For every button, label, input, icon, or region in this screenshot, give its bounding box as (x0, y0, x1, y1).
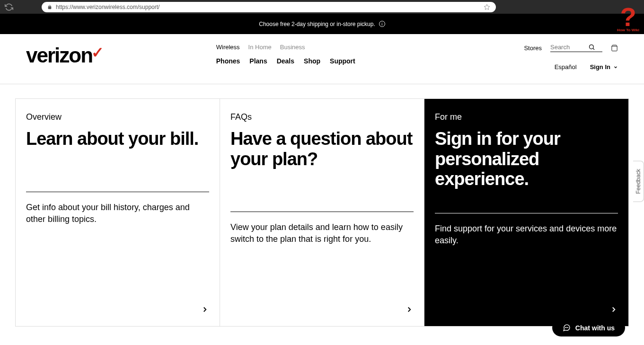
star-icon[interactable] (484, 4, 490, 10)
chat-label: Chat with us (575, 324, 615, 327)
howto-wiki-badge: ? How To Wiki (617, 7, 639, 32)
howto-wiki-label: How To Wiki (617, 28, 639, 32)
tab-wireless[interactable]: Wireless (216, 44, 240, 51)
nav-shop[interactable]: Shop (304, 57, 320, 65)
card-faqs[interactable]: FAQs Have a question about your plan? Vi… (220, 99, 424, 326)
url-bar[interactable]: https://www.verizonwireless.com/support/ (42, 2, 496, 12)
shipping-banner: Choose free 2-day shipping or in-store p… (0, 14, 644, 34)
signin-label: Sign In (590, 63, 610, 71)
search-box[interactable] (550, 44, 602, 52)
chevron-right-icon[interactable] (609, 303, 618, 316)
card-description: Get info about your bill history, charge… (26, 202, 209, 225)
divider (435, 213, 618, 213)
logo-checkmark-icon: ✓ (91, 44, 104, 62)
tab-business[interactable]: Business (280, 44, 305, 51)
card-title: Have a question about your plan? (230, 129, 414, 169)
tab-in-home[interactable]: In Home (248, 44, 272, 51)
lock-icon (47, 5, 52, 9)
reload-icon[interactable] (5, 3, 13, 11)
card-eyebrow: For me (435, 112, 618, 122)
card-eyebrow: FAQs (230, 112, 414, 122)
svg-point-1 (589, 45, 593, 49)
info-icon[interactable]: i (379, 21, 385, 27)
chevron-down-icon (613, 65, 618, 70)
search-input[interactable] (550, 44, 588, 51)
feedback-tab[interactable]: Feedback (633, 161, 644, 202)
card-overview[interactable]: Overview Learn about your bill. Get info… (16, 99, 220, 326)
chevron-right-icon[interactable] (201, 303, 209, 316)
card-description: Find support for your services and devic… (435, 223, 618, 247)
url-text: https://www.verizonwireless.com/support/ (56, 4, 480, 10)
search-icon[interactable] (588, 44, 595, 51)
card-title: Sign in for your personalized experience… (435, 129, 618, 189)
card-eyebrow: Overview (26, 112, 209, 122)
chevron-right-icon[interactable] (405, 303, 414, 316)
shopping-bag-icon[interactable] (611, 44, 618, 52)
question-mark-icon: ? (617, 7, 639, 28)
divider (230, 212, 414, 212)
nav-phones[interactable]: Phones (216, 57, 240, 65)
chat-icon (563, 324, 571, 327)
nav-support[interactable]: Support (330, 57, 355, 65)
divider (26, 192, 209, 192)
support-cards: Overview Learn about your bill. Get info… (15, 98, 629, 327)
card-description: View your plan details and learn how to … (230, 221, 414, 245)
svg-line-2 (593, 48, 594, 50)
card-for-me[interactable]: For me Sign in for your personalized exp… (424, 99, 628, 326)
signin-button[interactable]: Sign In (590, 63, 618, 71)
banner-text: Choose free 2-day shipping or in-store p… (259, 21, 375, 27)
verizon-logo[interactable]: verizon ✓ (26, 44, 104, 67)
logo-text: verizon (26, 44, 92, 67)
nav-plans[interactable]: Plans (249, 57, 267, 65)
chat-button[interactable]: Chat with us (552, 319, 625, 327)
site-header: verizon ✓ Wireless In Home Business Phon… (0, 34, 644, 84)
stores-link[interactable]: Stores (524, 44, 542, 52)
nav-deals[interactable]: Deals (277, 57, 294, 65)
browser-bar: https://www.verizonwireless.com/support/ (0, 0, 644, 14)
svg-marker-0 (484, 4, 490, 9)
espanol-link[interactable]: Español (555, 63, 577, 71)
card-title: Learn about your bill. (26, 129, 209, 149)
